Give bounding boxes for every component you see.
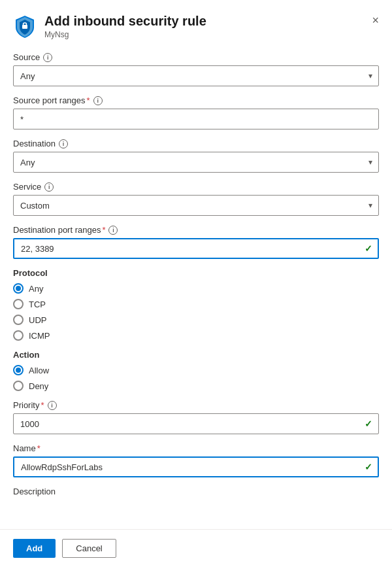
protocol-udp-radio[interactable] (13, 315, 24, 325)
dest-port-input[interactable] (13, 238, 379, 259)
service-select-wrapper: Custom HTTP HTTPS SSH RDP MS SQL ▾ (13, 195, 379, 216)
close-button[interactable]: × (369, 12, 382, 29)
dest-port-group: Destination port ranges * i ✓ (13, 225, 379, 259)
source-port-group: Source port ranges * i (13, 95, 379, 129)
protocol-any-item: Any (13, 283, 379, 294)
panel-subtitle: MyNsg (44, 30, 206, 39)
action-deny-radio[interactable] (13, 381, 24, 391)
description-label: Description (13, 487, 379, 496)
destination-select[interactable]: Any IP Addresses Service Tag Application… (13, 152, 379, 173)
panel-header: Add inbound security rule MyNsg (13, 13, 379, 39)
priority-input[interactable] (13, 413, 379, 434)
action-radio-group: Allow Deny (13, 365, 379, 391)
source-select[interactable]: Any IP Addresses Service Tag Application… (13, 65, 379, 86)
protocol-icmp-item: ICMP (13, 330, 379, 341)
source-port-input[interactable] (13, 109, 379, 129)
priority-group: Priority * i ✓ (13, 400, 379, 434)
name-required: * (37, 443, 41, 453)
protocol-any-radio[interactable] (13, 283, 24, 294)
priority-label: Priority * i (13, 400, 379, 410)
protocol-tcp-item: TCP (13, 299, 379, 309)
name-check-icon: ✓ (365, 462, 372, 472)
protocol-udp-item: UDP (13, 315, 379, 325)
footer: Add Cancel (0, 529, 392, 567)
dest-port-check-icon: ✓ (365, 243, 372, 254)
name-group: Name * ✓ (13, 443, 379, 477)
action-group: Action Allow Deny (13, 350, 379, 391)
source-group: Source i Any IP Addresses Service Tag Ap… (13, 52, 379, 86)
source-info-icon[interactable]: i (43, 53, 52, 62)
panel: Add inbound security rule MyNsg × Source… (0, 0, 392, 567)
action-deny-item: Deny (13, 381, 379, 391)
service-group: Service i Custom HTTP HTTPS SSH RDP MS S… (13, 182, 379, 216)
source-select-wrapper: Any IP Addresses Service Tag Application… (13, 65, 379, 86)
protocol-label: Protocol (13, 268, 379, 278)
name-input[interactable] (13, 456, 379, 477)
protocol-icmp-radio[interactable] (13, 330, 24, 341)
action-deny-label[interactable]: Deny (29, 381, 48, 391)
destination-label: Destination i (13, 139, 379, 148)
service-info-icon[interactable]: i (44, 182, 54, 192)
service-select[interactable]: Custom HTTP HTTPS SSH RDP MS SQL (13, 195, 379, 216)
source-label: Source i (13, 52, 379, 62)
priority-input-wrapper: ✓ (13, 413, 379, 434)
destination-info-icon[interactable]: i (59, 139, 68, 148)
source-port-info-icon[interactable]: i (93, 96, 103, 105)
panel-title: Add inbound security rule (44, 13, 206, 29)
action-allow-item: Allow (13, 365, 379, 375)
nsg-icon (13, 14, 37, 38)
source-port-required: * (87, 95, 90, 105)
protocol-any-label[interactable]: Any (29, 284, 43, 294)
action-allow-radio[interactable] (13, 365, 24, 375)
action-allow-label[interactable]: Allow (29, 366, 49, 375)
source-port-input-wrapper (13, 109, 379, 129)
source-port-label: Source port ranges * i (13, 95, 379, 105)
protocol-group: Protocol Any TCP UDP ICMP (13, 268, 379, 341)
header-text: Add inbound security rule MyNsg (44, 13, 206, 39)
cancel-button[interactable]: Cancel (62, 539, 116, 558)
protocol-icmp-label[interactable]: ICMP (29, 331, 50, 341)
description-group: Description (13, 487, 379, 496)
dest-port-required: * (102, 225, 105, 235)
add-button[interactable]: Add (13, 539, 56, 558)
priority-required: * (41, 400, 44, 410)
priority-info-icon[interactable]: i (48, 401, 57, 410)
dest-port-info-icon[interactable]: i (108, 226, 118, 235)
dest-port-input-wrapper: ✓ (13, 238, 379, 259)
protocol-udp-label[interactable]: UDP (29, 315, 46, 325)
protocol-radio-group: Any TCP UDP ICMP (13, 283, 379, 341)
priority-check-icon: ✓ (365, 419, 372, 429)
destination-select-wrapper: Any IP Addresses Service Tag Application… (13, 152, 379, 173)
name-input-wrapper: ✓ (13, 456, 379, 477)
service-label: Service i (13, 182, 379, 192)
protocol-tcp-label[interactable]: TCP (29, 300, 46, 309)
action-label: Action (13, 350, 379, 360)
destination-group: Destination i Any IP Addresses Service T… (13, 139, 379, 173)
name-label: Name * (13, 443, 379, 453)
dest-port-label: Destination port ranges * i (13, 225, 379, 235)
protocol-tcp-radio[interactable] (13, 299, 24, 309)
